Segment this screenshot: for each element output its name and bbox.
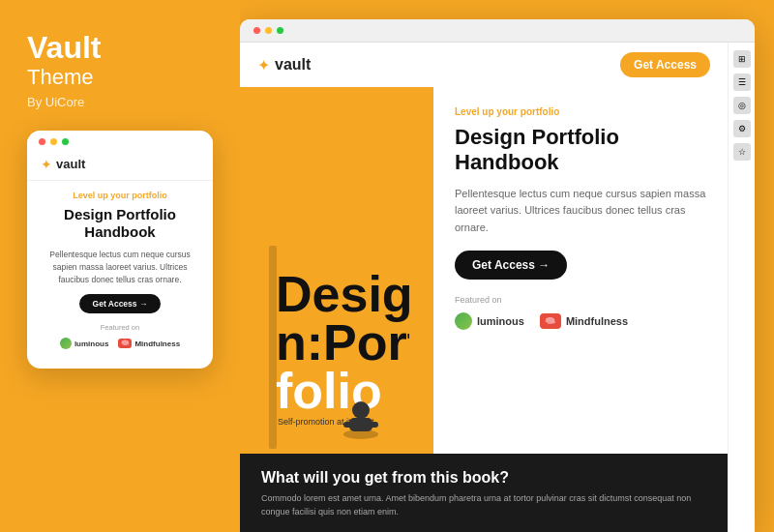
sidebar-icon-1[interactable]: ⊞ xyxy=(733,50,751,68)
hero-luminous-logo: luminous xyxy=(455,312,524,330)
sidebar-icon-3[interactable]: ◎ xyxy=(733,97,751,114)
luminous-icon xyxy=(60,338,72,349)
browser-sidebar: ⊞ ☰ ◎ ⚙ ☆ xyxy=(728,43,755,532)
svg-rect-9 xyxy=(343,422,378,428)
hero-luminous-icon xyxy=(455,312,472,330)
hero-mindfulness-logo: 🧠 Mindfulness xyxy=(540,313,628,329)
sidebar-icon-2[interactable]: ☰ xyxy=(733,74,751,91)
mobile-titlebar xyxy=(27,131,213,151)
hero-logo-bar: luminous 🧠 Mindfulness xyxy=(455,312,706,330)
mobile-logo: vault xyxy=(56,157,85,171)
luminous-logo: luminous xyxy=(60,338,109,349)
mindfulness-icon: 🧠 xyxy=(118,339,132,348)
mobile-heading: Design Portfolio Handbook xyxy=(41,206,199,243)
left-panel: Vault Theme By UiCore ✦ vault Level up y… xyxy=(0,0,240,532)
browser-nav: ✦ vault Get Access xyxy=(240,43,728,87)
browser-dot-red xyxy=(253,27,260,34)
svg-point-7 xyxy=(352,401,370,419)
mobile-body-text: Pellentesque lectus cum neque cursus sap… xyxy=(41,249,199,285)
mobile-hero: Level up your portfolio Design Portfolio… xyxy=(27,181,213,356)
hero-cta-button[interactable]: Get Access → xyxy=(455,251,567,280)
browser-nav-logo: vault xyxy=(275,56,311,74)
book-cover-area: Desig n:Port folio Self-promotion at its… xyxy=(240,87,433,454)
bottom-body-text: Commodo lorem est amet urna. Amet bibend… xyxy=(261,492,706,518)
mobile-featured-label: Featured on xyxy=(41,323,199,332)
browser-dot-yellow xyxy=(265,27,272,34)
browser-nav-star-icon: ✦ xyxy=(257,56,270,74)
browser-nav-left: ✦ vault xyxy=(257,56,311,74)
browser-dot-green xyxy=(277,27,283,34)
hero-mindfulness-icon: 🧠 xyxy=(540,313,561,329)
browser-titlebar xyxy=(240,19,755,43)
browser-content-area: ✦ vault Get Access xyxy=(240,43,755,532)
hero-tagline: Level up your portfolio xyxy=(455,106,706,117)
hero-heading: Design Portfolio Handbook xyxy=(455,125,706,176)
mobile-cta-button[interactable]: Get Access → xyxy=(79,294,162,313)
bottom-heading: What will you get from this book? xyxy=(261,469,706,487)
browser-main-content: ✦ vault Get Access xyxy=(240,43,728,532)
dot-red-icon xyxy=(39,138,45,145)
brand-title: Vault Theme By UiCore xyxy=(27,31,213,131)
mobile-star-icon: ✦ xyxy=(41,157,52,172)
hero-featured-label: Featured on xyxy=(455,295,706,305)
sidebar-icon-4[interactable]: ⚙ xyxy=(733,120,751,137)
browser-window: ✦ vault Get Access xyxy=(240,19,755,532)
dot-yellow-icon xyxy=(50,138,57,145)
right-panel: ✦ vault Get Access xyxy=(240,0,774,532)
hero-section: Desig n:Port folio Self-promotion at its… xyxy=(240,87,728,454)
mobile-tagline: Level up your portfolio xyxy=(41,191,199,200)
hero-content: Level up your portfolio Design Portfolio… xyxy=(433,87,728,454)
book-cover-svg: Desig n:Port folio Self-promotion at its… xyxy=(264,246,409,454)
sidebar-icon-5[interactable]: ☆ xyxy=(733,143,751,161)
mobile-nav: ✦ vault xyxy=(27,151,213,181)
mindfulness-logo: 🧠 Mindfulness xyxy=(118,339,180,348)
dot-green-icon xyxy=(62,138,69,145)
mobile-preview-card: ✦ vault Level up your portfolio Design P… xyxy=(27,131,213,369)
hero-body-text: Pellentesque lectus cum neque cursus sap… xyxy=(455,186,706,237)
browser-nav-cta-button[interactable]: Get Access xyxy=(620,52,710,77)
bottom-section: What will you get from this book? Commod… xyxy=(240,454,728,532)
mobile-logo-bar: luminous 🧠 Mindfulness xyxy=(41,338,199,349)
